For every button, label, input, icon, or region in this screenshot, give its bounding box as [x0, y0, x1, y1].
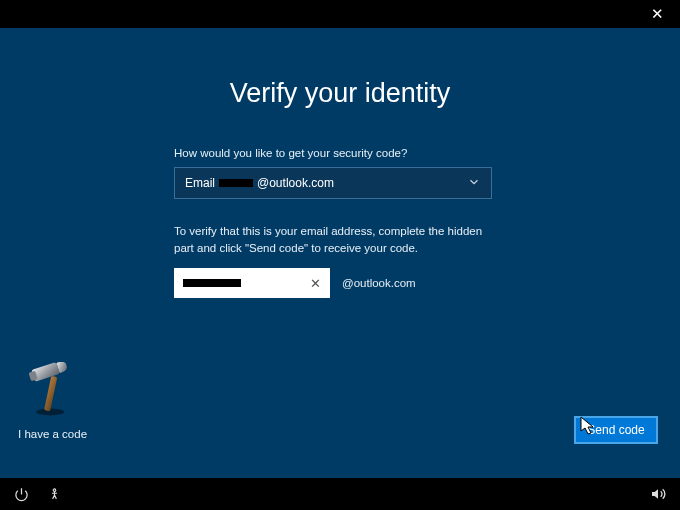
have-code-link[interactable]: I have a code [18, 428, 87, 440]
taskbar [0, 478, 680, 510]
email-domain-suffix: @outlook.com [342, 277, 416, 289]
power-icon[interactable] [14, 487, 29, 502]
svg-point-5 [53, 488, 56, 491]
clear-input-icon[interactable]: ✕ [310, 276, 321, 291]
email-input[interactable]: ✕ [174, 268, 330, 298]
email-row: ✕ @outlook.com [174, 268, 506, 298]
hammer-icon [24, 362, 80, 418]
close-icon[interactable]: ✕ [651, 5, 664, 23]
accessibility-icon[interactable] [47, 487, 62, 502]
prompt-text: How would you like to get your security … [174, 147, 506, 159]
select-value: Email @outlook.com [185, 176, 334, 190]
form-area: How would you like to get your security … [174, 147, 506, 298]
instruction-text: To verify that this is your email addres… [174, 223, 494, 256]
security-code-method-select[interactable]: Email @outlook.com [174, 167, 492, 199]
send-code-button[interactable]: Send code [574, 416, 658, 444]
svg-marker-6 [652, 489, 658, 498]
chevron-down-icon [467, 175, 481, 192]
volume-icon[interactable] [650, 486, 666, 502]
content-area: Verify your identity How would you like … [0, 28, 680, 478]
redacted-input-value [183, 279, 241, 287]
svg-rect-1 [44, 376, 57, 412]
page-title: Verify your identity [0, 28, 680, 109]
title-bar: ✕ [0, 0, 680, 28]
redacted-email-user [219, 179, 253, 187]
